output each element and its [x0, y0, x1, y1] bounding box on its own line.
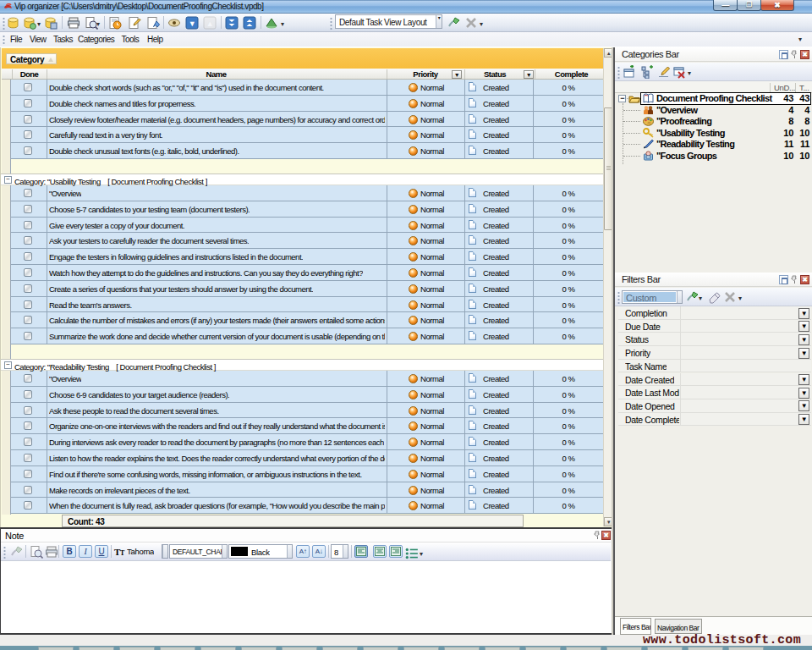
svg-text:▲: ▲ — [206, 19, 214, 28]
svg-text:▼: ▼ — [189, 19, 196, 28]
